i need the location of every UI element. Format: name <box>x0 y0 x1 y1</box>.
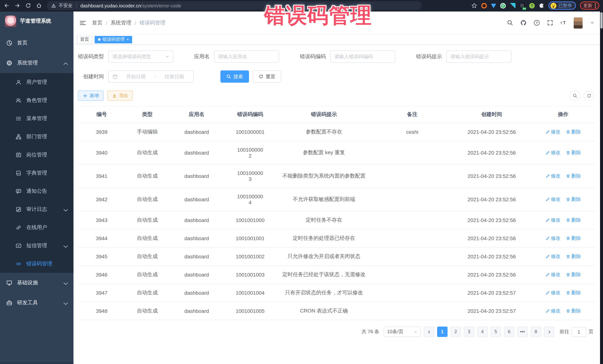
edit-row-link[interactable]: 修改 <box>545 196 560 203</box>
error-hint-input[interactable] <box>447 51 511 62</box>
window-scrollbar[interactable] <box>600 11 603 364</box>
sidebar-item-审计日志[interactable]: 审计日志 <box>0 200 73 218</box>
delete-row-link[interactable]: 删除 <box>566 173 581 179</box>
delete-row-link[interactable]: 删除 <box>566 217 581 223</box>
sidebar-scrollbar[interactable] <box>0 362 73 364</box>
page-button-8[interactable]: 8 <box>531 327 541 337</box>
search-icon[interactable] <box>507 20 513 26</box>
date-range-picker[interactable]: 开始日期 - 结束日期 <box>108 70 194 83</box>
sidebar-item-角色管理[interactable]: 角色管理 <box>0 91 73 109</box>
font-size-icon[interactable]: TT <box>560 20 567 26</box>
sidebar-item-基础设施[interactable]: 基础设施 <box>0 273 73 293</box>
delete-row-link[interactable]: 删除 <box>566 149 581 156</box>
tag-错误码管理[interactable]: 错误码管理× <box>95 36 132 43</box>
page-button-4[interactable]: 4 <box>477 327 487 337</box>
page-button-1[interactable]: 1 <box>437 327 448 337</box>
page-size-select[interactable]: 10条/页 <box>384 327 421 337</box>
export-button[interactable]: 导出 <box>107 90 133 101</box>
extension-green-icon[interactable]: V <box>500 3 506 8</box>
table-row: 3943自动生成dashboard1001001000定时任务不存在2021-0… <box>78 211 596 229</box>
extension-gem-icon[interactable] <box>491 4 496 8</box>
address-bar[interactable]: 不安全 dashboard.yudao.iocoder.cn/system/er… <box>47 1 422 10</box>
edit-row-link[interactable]: 修改 <box>545 271 560 278</box>
hamburger-icon[interactable] <box>79 20 86 26</box>
edit-row-link[interactable]: 修改 <box>545 289 560 296</box>
extension-orange-icon[interactable] <box>481 3 487 8</box>
delete-row-link[interactable]: 删除 <box>566 129 581 135</box>
extension-list-icon[interactable]: on <box>520 3 525 8</box>
browser-update-button[interactable]: 更新 <box>580 1 599 10</box>
sidebar-item-菜单管理[interactable]: 菜单管理 <box>0 109 73 128</box>
show-search-toggle-button[interactable] <box>570 90 580 101</box>
tag-首页[interactable]: 首页 <box>77 36 93 43</box>
home-icon[interactable] <box>36 3 42 9</box>
app-name-input[interactable] <box>214 51 279 62</box>
profile-paused-label: 已暂停 <box>558 2 572 9</box>
prev-page-button[interactable] <box>424 327 434 337</box>
pager-more-button[interactable]: ••• <box>517 327 528 337</box>
delete-row-link[interactable]: 删除 <box>566 253 581 260</box>
extensions-puzzle-icon[interactable] <box>539 3 544 8</box>
breadcrumb-item-系统管理[interactable]: 系统管理 <box>111 20 131 26</box>
github-icon[interactable] <box>520 20 527 26</box>
next-page-button[interactable] <box>544 327 554 337</box>
error-type-select[interactable]: 请选择错误码类型 <box>108 50 173 63</box>
page-button-6[interactable]: 6 <box>504 327 514 337</box>
edit-row-link[interactable]: 修改 <box>545 253 560 260</box>
sidebar-item-首页[interactable]: 首页 <box>0 33 73 53</box>
start-date-placeholder[interactable]: 开始日期 <box>121 73 151 80</box>
browser-menu-icon[interactable] <box>595 3 596 8</box>
sidebar-item-短信管理[interactable]: 短信管理 <box>0 236 73 255</box>
page-button-2[interactable]: 2 <box>451 327 461 337</box>
breadcrumb-item-错误码管理: 错误码管理 <box>139 20 165 26</box>
back-icon[interactable] <box>4 3 10 9</box>
browser-profile-chip[interactable]: 已暂停 <box>548 1 576 10</box>
sidebar-item-在线用户[interactable]: 在线用户 <box>0 218 73 236</box>
reload-icon[interactable] <box>25 3 31 9</box>
page-button-5[interactable]: 5 <box>491 327 501 337</box>
goto-page-input[interactable] <box>571 327 586 337</box>
sidebar-item-用户管理[interactable]: 用户管理 <box>0 73 73 91</box>
sidebar-item-字典管理[interactable]: 字典管理 <box>0 164 73 182</box>
cell-msg: 定时任务的处理器已经存在 <box>276 229 372 247</box>
refresh-table-button[interactable] <box>584 90 594 101</box>
edit-row-link[interactable]: 修改 <box>545 149 560 156</box>
chevron-down-icon <box>63 243 67 248</box>
delete-row-link[interactable]: 删除 <box>566 308 581 314</box>
user-avatar[interactable] <box>574 17 583 28</box>
fullscreen-icon[interactable] <box>547 20 553 26</box>
scrollbar-thumb[interactable] <box>600 12 603 29</box>
edit-row-link[interactable]: 修改 <box>545 217 560 223</box>
extension-key-icon[interactable]: ⚲ <box>529 3 535 8</box>
edit-row-link[interactable]: 修改 <box>545 129 560 135</box>
filter-item-create-time: 创建时间 开始日期 - 结束日期 <box>78 70 194 83</box>
edit-row-link[interactable]: 修改 <box>545 235 560 242</box>
sidebar-item-错误码管理[interactable]: 错误码管理 <box>0 255 73 273</box>
bookmark-star-icon[interactable] <box>471 3 477 9</box>
sidebar-item-部门管理[interactable]: 部门管理 <box>0 128 73 146</box>
extension-grid-icon[interactable] <box>510 3 515 8</box>
edit-row-link[interactable]: 修改 <box>545 173 560 179</box>
close-icon[interactable]: × <box>127 37 129 42</box>
delete-row-link[interactable]: 删除 <box>566 271 581 278</box>
sidebar-logo-row[interactable]: 芋道管理系统 <box>0 11 73 31</box>
delete-row-link[interactable]: 删除 <box>566 196 581 203</box>
sidebar-item-系统管理[interactable]: 系统管理 <box>0 53 73 73</box>
delete-row-link[interactable]: 删除 <box>566 289 581 296</box>
avatar-caret-icon[interactable] <box>590 22 594 24</box>
add-button[interactable]: 新增 <box>78 90 104 101</box>
delete-row-link[interactable]: 删除 <box>566 235 581 242</box>
cell-id: 3947 <box>78 284 126 302</box>
edit-row-link[interactable]: 修改 <box>545 308 560 314</box>
end-date-placeholder[interactable]: 结束日期 <box>159 73 190 80</box>
page-button-3[interactable]: 3 <box>464 327 474 337</box>
help-icon[interactable]: ? <box>533 20 540 26</box>
search-button[interactable]: 搜索 <box>220 70 249 83</box>
sidebar-item-研发工具[interactable]: 研发工具 <box>0 293 73 313</box>
sidebar-item-通知公告[interactable]: 通知公告 <box>0 182 73 200</box>
sidebar-item-岗位管理[interactable]: 岗位管理 <box>0 146 73 164</box>
forward-icon[interactable] <box>14 3 20 9</box>
breadcrumb-item-首页[interactable]: 首页 <box>92 20 103 26</box>
error-code-input[interactable] <box>331 51 395 62</box>
reset-button[interactable]: 重置 <box>253 70 281 83</box>
